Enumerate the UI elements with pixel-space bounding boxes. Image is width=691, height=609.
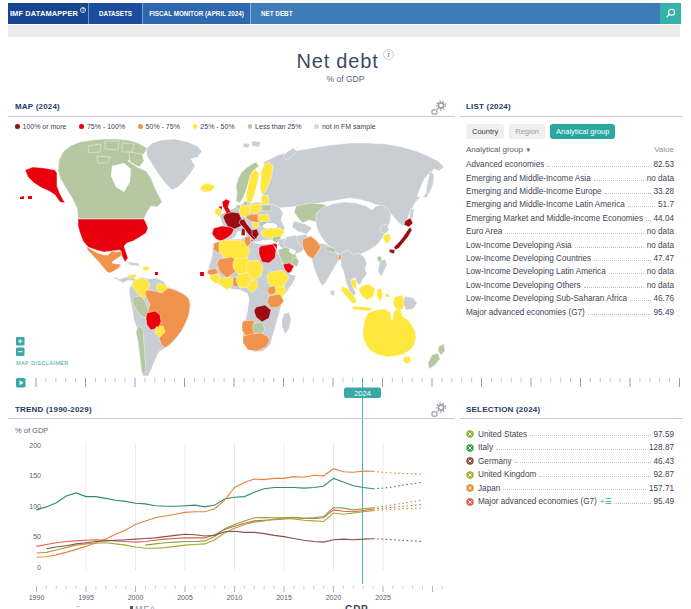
svg-text:1990: 1990 — [29, 594, 45, 601]
svg-text:2005: 2005 — [177, 594, 193, 601]
svg-text:2015: 2015 — [276, 594, 292, 601]
svg-text:1995: 1995 — [78, 594, 94, 601]
svg-text:200: 200 — [29, 442, 41, 449]
svg-text:50: 50 — [33, 533, 41, 540]
svg-text:2000: 2000 — [128, 594, 144, 601]
svg-text:2010: 2010 — [227, 594, 243, 601]
svg-text:150: 150 — [29, 472, 41, 479]
svg-text:0: 0 — [37, 564, 41, 571]
svg-text:2020: 2020 — [326, 594, 342, 601]
svg-text:2025: 2025 — [375, 594, 391, 601]
